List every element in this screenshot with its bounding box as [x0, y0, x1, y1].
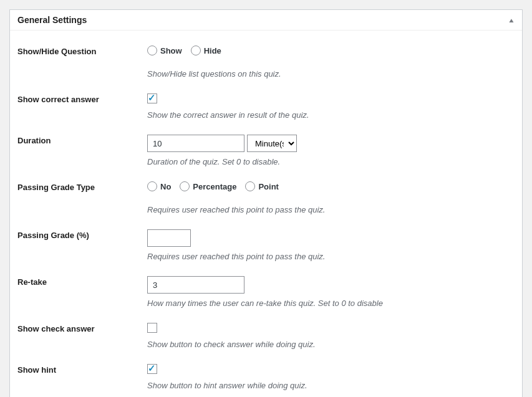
label-show-hide-question: Show/Hide Question	[17, 45, 147, 56]
field-show-correct-answer: Show correct answer Show the correct ans…	[17, 93, 515, 120]
checkbox-show-check-answer[interactable]	[147, 323, 157, 333]
field-show-hint: Show hint Show button to hint answer whi…	[17, 364, 515, 390]
desc-retake: How many times the user can re-take this…	[147, 299, 515, 308]
desc-show-hide-question: Show/Hide list questions on this quiz.	[147, 69, 515, 79]
radio-pgt-no-label: No	[160, 182, 171, 191]
label-passing-grade-type: Passing Grade Type	[17, 181, 147, 192]
panel-title: General Settings	[17, 15, 87, 25]
input-passing-grade[interactable]	[147, 229, 191, 247]
desc-show-correct-answer: Show the correct answer in result of the…	[147, 110, 515, 120]
general-settings-panel: General Settings ▲ Show/Hide Question Sh…	[9, 9, 523, 397]
desc-passing-grade: Requires user reached this point to pass…	[147, 252, 515, 261]
field-passing-grade: Passing Grade (%) Requires user reached …	[17, 229, 515, 261]
field-duration: Duration Minute(s) Duration of the quiz.…	[17, 135, 515, 166]
label-show-check-answer: Show check answer	[17, 323, 147, 333]
panel-toggle-icon[interactable]: ▲	[508, 17, 515, 24]
radio-hide-input[interactable]	[191, 45, 201, 55]
checkbox-show-correct-answer[interactable]	[147, 93, 157, 103]
radio-show-label: Show	[160, 46, 182, 55]
panel-body: Show/Hide Question Show Hide Show/Hide l…	[10, 31, 522, 397]
radio-pgt-point-input[interactable]	[245, 181, 255, 191]
label-duration: Duration	[17, 135, 147, 145]
select-duration-unit[interactable]: Minute(s)	[247, 135, 297, 152]
desc-show-hint: Show button to hint answer while doing q…	[147, 381, 515, 390]
radio-pgt-no[interactable]: No	[147, 181, 171, 191]
input-duration[interactable]	[147, 135, 244, 152]
field-show-check-answer: Show check answer Show button to check a…	[17, 323, 515, 349]
radio-group-passing-grade-type: No Percentage Point	[147, 181, 515, 191]
radio-hide-label: Hide	[204, 46, 221, 55]
label-passing-grade: Passing Grade (%)	[17, 229, 147, 240]
desc-passing-grade-type: Requires user reached this point to pass…	[147, 205, 515, 214]
desc-show-check-answer: Show button to check answer while doing …	[147, 340, 515, 349]
label-show-correct-answer: Show correct answer	[17, 93, 147, 104]
radio-hide[interactable]: Hide	[191, 45, 221, 55]
radio-pgt-no-input[interactable]	[147, 181, 157, 191]
radio-show-input[interactable]	[147, 45, 157, 55]
desc-duration: Duration of the quiz. Set 0 to disable.	[147, 157, 515, 166]
radio-pgt-percentage-label: Percentage	[193, 182, 236, 191]
checkbox-show-hint[interactable]	[147, 364, 157, 374]
input-retake[interactable]	[147, 276, 244, 294]
radio-pgt-percentage[interactable]: Percentage	[180, 181, 236, 191]
radio-group-show-hide: Show Hide	[147, 45, 515, 55]
radio-pgt-point[interactable]: Point	[245, 181, 279, 191]
radio-show[interactable]: Show	[147, 45, 182, 55]
field-passing-grade-type: Passing Grade Type No Percentage Point	[17, 181, 515, 214]
field-show-hide-question: Show/Hide Question Show Hide Show/Hide l…	[17, 45, 515, 79]
field-retake: Re-take How many times the user can re-t…	[17, 276, 515, 308]
radio-pgt-percentage-input[interactable]	[180, 181, 190, 191]
radio-pgt-point-label: Point	[258, 182, 279, 191]
panel-header[interactable]: General Settings ▲	[10, 10, 522, 31]
label-show-hint: Show hint	[17, 364, 147, 375]
label-retake: Re-take	[17, 276, 147, 287]
